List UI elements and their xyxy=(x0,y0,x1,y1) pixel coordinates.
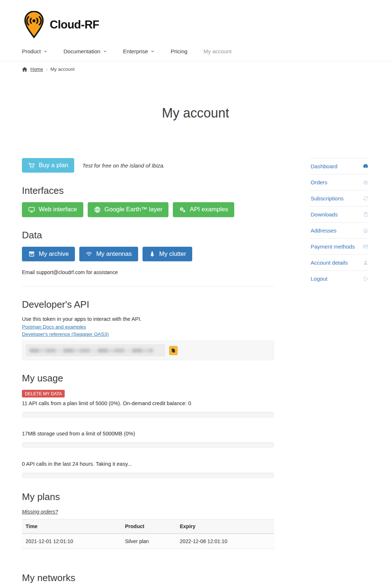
swagger-reference-link[interactable]: Developer's reference (Swagger OAS3) xyxy=(22,331,274,337)
api-token-intro: Use this token in your apps to interact … xyxy=(22,316,274,322)
sidebar-item-addresses[interactable]: Addresses xyxy=(310,223,369,238)
site-header: Cloud-RF Product Documentation Enterpris… xyxy=(0,0,391,54)
tree-icon xyxy=(149,250,156,257)
user-icon xyxy=(363,260,368,265)
table-row: 2021-12-01 12:01:10 Silver plan 2022-12-… xyxy=(22,534,274,549)
my-plans-heading: My plans xyxy=(22,491,274,503)
my-clutter-button[interactable]: My clutter xyxy=(143,247,193,261)
logo[interactable]: Cloud-RF xyxy=(22,11,369,39)
nav-label: My account xyxy=(204,48,232,54)
dashboard-icon xyxy=(363,164,368,169)
recent-calls-text: 0 API calls in the last 24 hours. Taking… xyxy=(22,461,274,467)
postman-docs-link[interactable]: Postman Docs and examples xyxy=(22,324,274,330)
nav-label: Documentation xyxy=(64,48,100,54)
my-networks-heading: My networks xyxy=(22,572,274,584)
api-token-input[interactable] xyxy=(26,345,165,356)
storage-progress-bar xyxy=(22,442,274,448)
sidebar-item-payment-methods[interactable]: Payment methods xyxy=(310,239,369,254)
sidebar-item-label: Account details xyxy=(311,260,348,266)
plan-product: Silver plan xyxy=(121,534,176,549)
breadcrumb: Home › My account xyxy=(0,61,391,77)
developers-api-heading: Developer's API xyxy=(22,299,274,310)
api-examples-button[interactable]: API examples xyxy=(173,202,234,217)
button-label: API examples xyxy=(190,206,228,213)
my-antennas-button[interactable]: My antennas xyxy=(79,247,138,261)
basket-icon xyxy=(363,180,368,185)
home-icon xyxy=(363,228,368,233)
nav-label: Product xyxy=(22,48,41,54)
monitor-icon xyxy=(28,206,35,213)
button-label: Web interface xyxy=(39,206,77,213)
my-usage-heading: My usage xyxy=(22,373,274,384)
plan-time: 2021-12-01 12:01:10 xyxy=(22,534,121,549)
plans-table: Time Product Expiry 2021-12-01 12:01:10 … xyxy=(22,519,274,549)
api-token-redacted xyxy=(29,349,153,353)
sidebar-item-account-details[interactable]: Account details xyxy=(310,255,369,270)
sidebar-item-label: Orders xyxy=(311,179,327,185)
sidebar-item-label: Downloads xyxy=(311,211,338,218)
nav-item-product[interactable]: Product xyxy=(22,48,48,54)
zip-file-icon xyxy=(363,212,368,217)
chevron-down-icon xyxy=(43,49,48,53)
cloud-rf-pin-icon xyxy=(22,11,46,39)
nav-item-enterprise[interactable]: Enterprise xyxy=(123,48,155,54)
breadcrumb-home-link[interactable]: Home xyxy=(30,66,43,72)
buy-a-plan-label: Buy a plan xyxy=(39,162,68,169)
cart-icon xyxy=(28,162,35,169)
buy-a-plan-button[interactable]: Buy a plan xyxy=(22,158,74,173)
sidebar-item-logout[interactable]: Logout xyxy=(310,271,369,287)
interfaces-heading: Interfaces xyxy=(22,185,274,196)
nav-label: Pricing xyxy=(171,48,187,54)
logout-icon xyxy=(363,276,368,281)
sidebar-item-downloads[interactable]: Downloads xyxy=(310,207,369,222)
web-interface-button[interactable]: Web interface xyxy=(22,202,83,217)
globe-icon xyxy=(94,206,101,213)
main-nav: Product Documentation Enterprise Pricing… xyxy=(22,48,369,54)
nav-item-documentation[interactable]: Documentation xyxy=(64,48,107,54)
chevron-down-icon xyxy=(103,49,107,53)
sidebar-item-label: Addresses xyxy=(311,227,337,234)
plan-expiry: 2022-12-08 12:01:10 xyxy=(176,534,274,549)
nav-item-pricing[interactable]: Pricing xyxy=(171,48,187,54)
api-token-panel xyxy=(22,341,274,360)
button-label: My antennas xyxy=(96,250,132,258)
wifi-icon xyxy=(86,250,92,257)
free-trial-note: Test for free on the island of Ibiza. xyxy=(82,162,164,169)
copy-token-button[interactable] xyxy=(169,346,178,355)
section-divider xyxy=(22,286,274,287)
api-calls-usage-text: 11 API calls from a plan limit of 5000 (… xyxy=(22,400,274,406)
support-email-text: Email support@cloudrf.com for assistance xyxy=(22,269,274,275)
button-label: My clutter xyxy=(159,250,186,258)
api-calls-progress-bar xyxy=(22,412,274,418)
sidebar-item-subscriptions[interactable]: Subscriptions xyxy=(310,191,369,206)
gears-icon xyxy=(179,206,186,213)
credit-card-icon xyxy=(363,244,368,249)
nav-item-my-account[interactable]: My account xyxy=(204,48,232,54)
plans-col-product: Product xyxy=(121,519,176,534)
page-title: My account xyxy=(0,105,391,121)
sync-icon xyxy=(363,196,368,201)
nav-label: Enterprise xyxy=(123,48,148,54)
data-heading: Data xyxy=(22,230,274,241)
breadcrumb-separator: › xyxy=(46,67,48,72)
delete-my-data-button[interactable]: DELETE MY DATA xyxy=(22,390,65,397)
plans-col-expiry: Expiry xyxy=(176,519,274,534)
button-label: Google Earth™ layer xyxy=(105,206,163,213)
sidebar-item-label: Logout xyxy=(311,276,327,282)
sidebar-item-label: Payment methods xyxy=(311,243,355,250)
account-sidebar: Dashboard Orders Subscriptions Downloads xyxy=(310,158,369,287)
sidebar-item-orders[interactable]: Orders xyxy=(310,174,369,190)
google-earth-layer-button[interactable]: Google Earth™ layer xyxy=(88,202,169,217)
my-archive-button[interactable]: My archive xyxy=(22,247,75,261)
recent-calls-progress-bar xyxy=(22,473,274,478)
button-label: My archive xyxy=(39,250,69,258)
main-content: Buy a plan Test for free on the island o… xyxy=(22,158,274,588)
sidebar-item-dashboard[interactable]: Dashboard xyxy=(310,158,369,174)
archive-icon xyxy=(28,250,35,257)
sidebar-item-label: Dashboard xyxy=(311,163,337,169)
copy-icon xyxy=(171,348,176,353)
missing-orders-link[interactable]: Missing orders? xyxy=(22,509,58,515)
breadcrumb-current: My account xyxy=(50,66,75,72)
chevron-down-icon xyxy=(151,49,155,53)
plans-header-row: Time Product Expiry xyxy=(22,519,274,534)
